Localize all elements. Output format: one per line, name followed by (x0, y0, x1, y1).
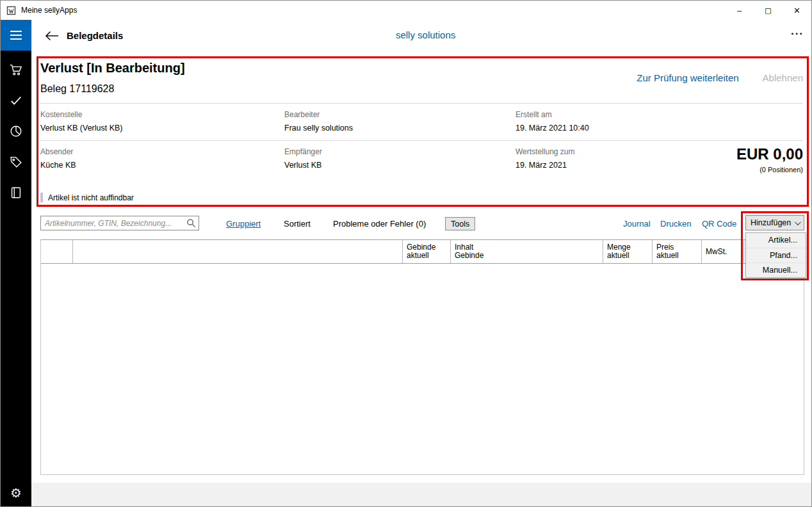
search-input[interactable] (40, 216, 199, 230)
chevron-down-icon (795, 219, 801, 225)
sidebar-item-reports[interactable] (1, 118, 31, 144)
cart-icon (9, 63, 23, 77)
pie-chart-icon (9, 124, 23, 138)
menu-item-manuell[interactable]: Manuell... (746, 262, 806, 277)
total-amount: EUR 0,00 (609, 145, 803, 163)
header-col-inhalt-gebinde: Inhalt Gebinde (451, 240, 603, 263)
more-options-button[interactable]: ··· (791, 28, 804, 40)
field-value: Küche KB (40, 161, 76, 170)
warning-text: Artikel ist nicht auffindbar (48, 193, 134, 202)
field-empfaenger: Empfänger Verlust KB (284, 147, 322, 170)
field-value: 19. März 2021 10:40 (516, 124, 589, 133)
hamburger-menu-button[interactable] (1, 20, 31, 51)
field-value: Verlust KB (284, 161, 322, 170)
header-col-0 (41, 240, 73, 263)
back-arrow-icon (45, 31, 59, 41)
settings-button[interactable]: ⚙ (1, 482, 31, 504)
add-button-label: Hinzufügen (751, 218, 791, 227)
forward-for-review-link[interactable]: Zur Prüfung weiterleiten (637, 72, 738, 83)
positions-table: Gebinde aktuell Inhalt Gebinde Menge akt… (40, 239, 804, 475)
field-label: Erstellt am (516, 110, 589, 119)
positions-count: (0 Positionen) (609, 166, 803, 173)
header-col-preis-aktuell: Preis aktuell (653, 240, 702, 263)
minimize-button[interactable]: – (725, 1, 754, 20)
window-title: Meine sellyApps (21, 6, 77, 15)
field-label: Bearbeiter (284, 110, 353, 119)
details-actions: Zur Prüfung weiterleiten Ablehnen (577, 72, 803, 83)
qr-code-link[interactable]: QR Code (702, 219, 736, 229)
tools-button[interactable]: Tools (445, 217, 475, 230)
table-body-empty (41, 264, 804, 475)
add-button[interactable]: Hinzufügen (745, 215, 804, 230)
problems-filter[interactable]: Probleme oder Fehler (0) (333, 219, 426, 229)
menu-item-pfand[interactable]: Pfand... (746, 248, 806, 262)
field-bearbeiter: Bearbeiter Frau selly solutions (284, 110, 353, 133)
search-box (40, 216, 199, 230)
menu-item-artikel[interactable]: Artikel... (746, 233, 806, 248)
hamburger-icon (10, 31, 22, 40)
check-icon (9, 93, 23, 108)
field-erstellt-am: Erstellt am 19. März 2021 10:40 (516, 110, 589, 133)
field-label: Kostenstelle (40, 110, 123, 119)
grouped-toggle[interactable]: Gruppiert (226, 219, 261, 229)
maximize-button[interactable]: ◻ (754, 1, 783, 20)
header-col-gebinde-aktuell: Gebinde aktuell (403, 240, 451, 263)
field-value: Verlust KB (Verlust KB) (40, 124, 123, 133)
header-col-mwst: MwSt. (702, 240, 744, 263)
sidebar-item-cart[interactable] (1, 57, 31, 83)
gear-icon: ⚙ (10, 485, 22, 501)
page-title: Belegdetails (67, 30, 123, 41)
field-label: Wertstellung zum (516, 147, 574, 156)
app-center-title: selly solutions (396, 29, 455, 40)
sidebar-item-prices[interactable] (1, 149, 31, 175)
warning-indicator-bar (40, 193, 43, 202)
sorted-toggle[interactable]: Sortiert (284, 219, 311, 229)
field-value: Frau selly solutions (284, 124, 353, 133)
divider (40, 140, 803, 141)
field-absender: Absender Küche KB (40, 147, 76, 170)
details-fields-row-1: Kostenstelle Verlust KB (Verlust KB) Bea… (40, 110, 803, 138)
appbar: Belegdetails selly solutions ··· (31, 20, 812, 52)
document-title: Verlust [In Bearbeitung] (40, 61, 185, 76)
sidebar-item-journal[interactable] (1, 180, 31, 205)
warning-row: Artikel ist nicht auffindbar (40, 193, 134, 202)
bottom-strip (31, 483, 812, 507)
window-controls: – ◻ ✕ (725, 1, 811, 20)
close-button[interactable]: ✕ (783, 1, 811, 20)
field-label: Empfänger (284, 147, 322, 156)
tag-icon (9, 155, 23, 169)
journal-link[interactable]: Journal (623, 219, 651, 229)
header-col-menge-aktuell: Menge aktuell (603, 240, 653, 263)
field-value: 19. März 2021 (516, 161, 574, 170)
document-number: Beleg 17119628 (40, 83, 114, 95)
table-header-row: Gebinde aktuell Inhalt Gebinde Menge akt… (41, 240, 804, 264)
sidebar: ⚙ (1, 20, 31, 507)
reject-link[interactable]: Ablehnen (763, 72, 803, 83)
field-wertstellung: Wertstellung zum 19. März 2021 (516, 147, 574, 170)
search-icon[interactable] (186, 218, 196, 228)
add-dropdown-menu: Artikel... Pfand... Manuell... (745, 232, 806, 278)
sidebar-item-tasks[interactable] (1, 88, 31, 113)
divider (40, 103, 803, 104)
print-link[interactable]: Drucken (660, 219, 691, 229)
document-total: EUR 0,00 (0 Positionen) (609, 145, 803, 173)
header-col-description (73, 240, 403, 263)
titlebar: Meine sellyApps – ◻ ✕ (1, 1, 811, 20)
field-kostenstelle: Kostenstelle Verlust KB (Verlust KB) (40, 110, 123, 133)
book-icon (9, 186, 23, 200)
field-label: Absender (40, 147, 76, 156)
back-button[interactable] (42, 26, 62, 45)
app-window: Meine sellyApps – ◻ ✕ (0, 0, 812, 507)
tools-button-label: Tools (451, 220, 469, 229)
app-icon (6, 6, 16, 15)
